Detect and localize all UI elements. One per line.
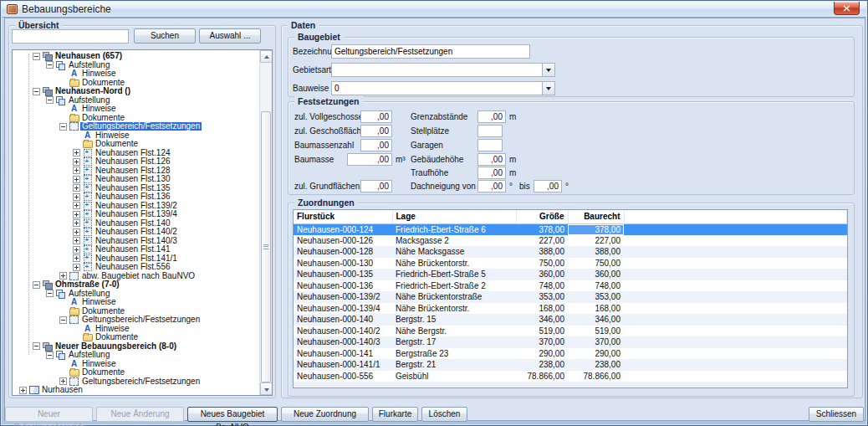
table-cell[interactable]: Neuhausen-000-556 <box>294 371 392 382</box>
expander-minus-icon[interactable] <box>46 352 54 359</box>
table-cell[interactable]: Macksgasse 2 <box>392 235 516 247</box>
tree-item[interactable]: Geltungsbereich/Festsetzungen <box>13 122 258 131</box>
expander-minus-icon[interactable] <box>33 53 40 60</box>
table-cell[interactable]: 353,00 <box>568 291 624 303</box>
table-cell[interactable]: 519,00 <box>568 326 624 337</box>
table-cell[interactable]: Neuhausen-000-139/4 <box>294 303 392 315</box>
table-cell[interactable]: Neuhausen-000-141 <box>294 348 392 360</box>
zul-vollgeschosse-input[interactable]: ,00 <box>360 110 392 123</box>
flurkarte-button[interactable]: Flurkarte <box>372 407 418 422</box>
table-row[interactable]: Neuhausen-000-135Friedrich-Ebert-Straße … <box>294 269 847 280</box>
table-cell[interactable]: Neuhausen-000-140/3 <box>294 336 392 348</box>
table-cell[interactable]: 238,00 <box>568 359 624 371</box>
expander-minus-icon[interactable] <box>33 88 40 95</box>
tree-item[interactable]: AHinweise <box>13 360 258 369</box>
table-row[interactable]: Neuhausen-000-140Bergstr. 15346,00346,00 <box>294 314 847 326</box>
expander-plus-icon[interactable] <box>73 167 80 174</box>
table-cell[interactable]: Friedrich-Ebert-Straße 5 <box>392 269 516 280</box>
table-cell[interactable]: Bergstraße 23 <box>392 348 516 360</box>
expander-plus-icon[interactable] <box>59 377 67 385</box>
dachneigung-input[interactable]: ,00 <box>477 180 506 192</box>
table-cell[interactable]: 370,00 <box>516 336 568 348</box>
tree-item[interactable]: Neuhausen Flst.136 <box>13 192 258 202</box>
zuordnungen-table[interactable]: FlurstückLageGrößeBaurecht Neuhausen-000… <box>293 209 848 388</box>
table-cell[interactable]: Geisbühl <box>392 371 516 382</box>
table-cell[interactable]: 346,00 <box>568 314 624 326</box>
tree-item[interactable]: Ohmstraße (7-0) <box>13 280 258 290</box>
table-cell[interactable]: 78.866,00 <box>516 371 568 382</box>
table-cell[interactable]: Nähe Brückentorstr. <box>392 303 516 315</box>
tree-item[interactable]: Aufstellung <box>13 290 258 299</box>
table-cell[interactable]: Friedrich-Ebert-Straße 6 <box>392 223 516 235</box>
table-header-cell[interactable]: Lage <box>392 210 516 223</box>
table-cell[interactable]: Neuhausen-000-126 <box>294 235 392 247</box>
table-cell[interactable]: 378,00 <box>516 223 568 235</box>
search-button[interactable]: Suchen <box>134 28 196 44</box>
tree-item[interactable]: Aufstellung <box>13 96 258 105</box>
tree-item[interactable]: Geltungsbereich/Festsetzungen <box>13 316 258 325</box>
tree-item[interactable]: Dokumente <box>13 368 258 377</box>
bezeichnung-input[interactable] <box>331 44 530 59</box>
expander-minus-icon[interactable] <box>59 316 67 324</box>
table-cell[interactable]: 353,00 <box>516 291 568 303</box>
tree-item[interactable]: Dokumente <box>13 333 258 342</box>
tree-item[interactable]: Neuhausen Flst.141 <box>13 245 258 254</box>
expander-plus-icon[interactable] <box>73 184 80 192</box>
tree-item[interactable]: Neuer Bebauungsbereich (8-0) <box>13 342 258 352</box>
table-cell[interactable]: 519,00 <box>516 326 568 337</box>
tree-item[interactable]: AHinweise <box>13 69 258 79</box>
table-cell[interactable]: 388,00 <box>516 246 568 258</box>
scrollbar-thumb[interactable] <box>261 111 271 382</box>
expander-plus-icon[interactable] <box>73 254 80 262</box>
chevron-down-icon[interactable] <box>542 82 554 95</box>
table-cell[interactable]: 360,00 <box>568 269 624 280</box>
grenzabstaende-input[interactable]: ,00 <box>477 110 506 123</box>
expander-plus-icon[interactable] <box>73 158 80 166</box>
table-cell[interactable]: Nähe Brückentorstraße <box>392 291 516 303</box>
table-row[interactable]: Neuhausen-000-124Friedrich-Ebert-Straße … <box>294 223 847 235</box>
expander-minus-icon[interactable] <box>33 342 40 350</box>
expander-minus-icon[interactable] <box>46 290 54 297</box>
tree-item[interactable]: AHinweise <box>13 298 258 307</box>
expander-minus-icon[interactable] <box>33 281 40 289</box>
tree-item[interactable]: abw. Baugebiet nach BauNVO <box>13 272 258 281</box>
expander-plus-icon[interactable] <box>73 228 80 236</box>
traufhoehe-input[interactable]: ,00 <box>477 167 506 179</box>
table-cell[interactable]: Neuhausen-000-141/1 <box>294 359 392 371</box>
titlebar[interactable]: Bebauungsbereiche <box>2 2 866 18</box>
table-cell[interactable]: Neuhausen-000-128 <box>294 246 392 258</box>
table-row[interactable]: Neuhausen-000-139/4Nähe Brückentorstr.16… <box>294 303 847 315</box>
expander-plus-icon[interactable] <box>73 264 80 271</box>
search-input[interactable] <box>12 29 129 44</box>
expander-plus-icon[interactable] <box>73 246 80 254</box>
expander-plus-icon[interactable] <box>73 237 80 244</box>
tree-item[interactable]: Dokumente <box>13 140 258 149</box>
table-row[interactable]: Neuhausen-000-141Bergstraße 23290,00290,… <box>294 348 847 360</box>
table-cell[interactable]: Neuhausen-000-140/2 <box>294 326 392 337</box>
table-header-cell[interactable]: Baurecht <box>568 210 624 223</box>
table-cell[interactable]: Nähe Brückentorstr. <box>392 258 516 269</box>
tree-item[interactable]: Neuhausen Flst.140/2 <box>13 228 258 237</box>
table-cell[interactable]: Neuhausen-000-136 <box>294 280 392 292</box>
tree-item[interactable]: Neuhausen-Nord () <box>13 87 258 96</box>
expander-plus-icon[interactable] <box>73 202 80 209</box>
table-cell[interactable]: Neuhausen-000-124 <box>294 223 392 235</box>
expander-plus-icon[interactable] <box>73 219 80 227</box>
close-dialog-button[interactable]: Schliessen <box>809 407 864 422</box>
loeschen-button[interactable]: Löschen <box>421 407 467 422</box>
table-cell[interactable]: Bergstr. 15 <box>392 314 516 326</box>
expander-plus-icon[interactable] <box>73 149 80 157</box>
table-cell[interactable]: 346,00 <box>516 314 568 326</box>
stellplaetze-input[interactable] <box>477 125 503 137</box>
expander-plus-icon[interactable] <box>59 272 67 280</box>
table-cell[interactable]: Neuhausen-000-130 <box>294 258 392 269</box>
tree-scrollbar[interactable] <box>259 50 272 395</box>
expander-minus-icon[interactable] <box>46 96 54 104</box>
tree-item[interactable]: Neuhausen Flst.139/4 <box>13 210 258 219</box>
table-cell[interactable]: 388,00 <box>568 246 624 258</box>
table-cell[interactable]: 78.866,00 <box>568 371 624 382</box>
table-cell[interactable]: 238,00 <box>516 359 568 371</box>
expander-plus-icon[interactable] <box>73 176 80 183</box>
table-cell[interactable]: Neuhausen-000-139/2 <box>294 291 392 303</box>
scrollbar-down-button[interactable] <box>260 382 273 395</box>
